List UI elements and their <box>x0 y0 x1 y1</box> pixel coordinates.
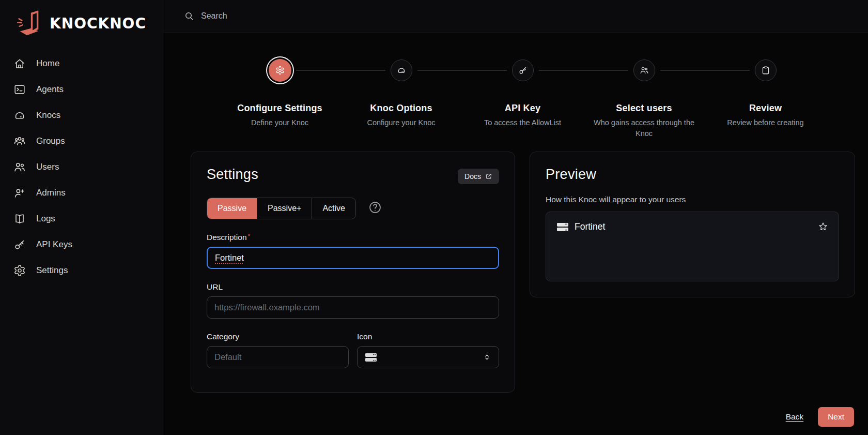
category-input[interactable] <box>207 346 349 368</box>
step-title: Configure Settings <box>237 103 322 114</box>
settings-card-title: Settings <box>207 167 258 183</box>
user-plus-icon <box>13 187 26 199</box>
sidebar-item-api-keys[interactable]: API Keys <box>0 232 163 258</box>
wizard-footer: Back Next <box>786 407 854 427</box>
step-subtitle: To access the AllowList <box>484 117 561 128</box>
firewall-icon <box>556 222 569 232</box>
sidebar-item-logs[interactable]: Logs <box>0 206 163 232</box>
sidebar-item-settings[interactable]: Settings <box>0 258 163 283</box>
sidebar-item-home[interactable]: Home <box>0 51 163 77</box>
step-knoc-options: Knoc Options Configure your Knoc <box>340 56 462 139</box>
step-circle-2[interactable] <box>391 59 412 81</box>
step-title: Knoc Options <box>370 103 432 114</box>
external-link-icon <box>485 173 492 180</box>
sidebar-item-users[interactable]: Users <box>0 154 163 180</box>
preview-card: Preview How this Knoc will appear to you… <box>530 152 855 297</box>
mode-option-passive[interactable]: Passive <box>207 198 257 219</box>
wizard-stepper: Configure Settings Define your Knoc Knoc… <box>219 56 868 139</box>
mode-option-active[interactable]: Active <box>312 198 355 219</box>
sidebar-item-agents[interactable]: Agents <box>0 77 163 102</box>
sidebar-item-label: Logs <box>36 214 55 224</box>
drive-icon <box>397 66 406 75</box>
docs-button[interactable]: Docs <box>458 169 499 184</box>
step-review: Review Review before creating <box>705 56 826 139</box>
step-subtitle: Configure your Knoc <box>367 117 435 128</box>
preview-card-title: Preview <box>546 167 839 183</box>
help-circle-icon <box>368 201 382 214</box>
mode-toggle: Passive Passive+ Active <box>207 198 356 219</box>
users-icon <box>640 66 649 75</box>
mode-option-passive-plus[interactable]: Passive+ <box>257 198 312 219</box>
step-subtitle: Review before creating <box>727 117 803 128</box>
cards-row: Settings Docs Passive Passive+ Active <box>191 152 855 393</box>
users-icon <box>13 161 26 173</box>
chevron-up-down-icon <box>483 353 491 362</box>
knoc-preview-tile: Fortinet <box>546 212 839 281</box>
app-root: KNOCKNOC Home Agents Knocs Groups Users <box>0 0 868 435</box>
step-circle-3[interactable] <box>512 59 534 81</box>
star-icon <box>818 221 828 234</box>
search-input[interactable] <box>201 11 418 21</box>
sidebar-item-groups[interactable]: Groups <box>0 128 163 154</box>
step-title: API Key <box>505 103 540 114</box>
step-title: Review <box>749 103 782 114</box>
main-area: Configure Settings Define your Knoc Knoc… <box>163 0 868 435</box>
docs-button-label: Docs <box>464 172 481 181</box>
step-api-key: API Key To access the AllowList <box>462 56 583 139</box>
icon-select[interactable] <box>357 346 499 368</box>
step-circle-5[interactable] <box>755 59 777 81</box>
key-icon <box>13 238 26 251</box>
url-input[interactable] <box>207 296 499 319</box>
firewall-icon <box>365 352 377 363</box>
sidebar-item-label: Home <box>36 58 59 69</box>
gear-icon <box>275 66 285 75</box>
step-configure-settings: Configure Settings Define your Knoc <box>219 56 340 139</box>
back-button[interactable]: Back <box>786 412 803 422</box>
description-input[interactable]: Fortinet <box>207 247 499 269</box>
step-title: Select users <box>616 103 672 114</box>
preview-subtitle: How this Knoc will appear to your users <box>546 195 839 204</box>
sidebar-item-label: Users <box>36 162 59 172</box>
step-subtitle: Who gains access through the Knoc <box>585 117 704 139</box>
description-value: Fortinet <box>215 253 244 263</box>
search-icon <box>184 11 194 21</box>
step-circle-4[interactable] <box>633 59 655 81</box>
step-subtitle: Define your Knoc <box>251 117 308 128</box>
step-select-users: Select users Who gains access through th… <box>583 56 705 139</box>
url-label: URL <box>207 282 499 292</box>
sidebar: KNOCKNOC Home Agents Knocs Groups Users <box>0 0 163 435</box>
groups-icon <box>13 135 26 147</box>
sidebar-item-label: Agents <box>36 84 64 95</box>
next-button[interactable]: Next <box>818 407 854 427</box>
home-icon <box>13 57 26 70</box>
sidebar-item-label: Settings <box>36 265 68 276</box>
brand-name: KNOCKNOC <box>50 15 146 32</box>
knocknoc-door-icon <box>13 8 43 38</box>
required-marker: * <box>248 233 251 240</box>
settings-card: Settings Docs Passive Passive+ Active <box>191 152 515 393</box>
sidebar-item-knocs[interactable]: Knocs <box>0 102 163 128</box>
sidebar-item-label: API Keys <box>36 239 72 250</box>
description-label: Description* <box>207 233 499 242</box>
terminal-icon <box>13 83 26 96</box>
mode-help-icon[interactable] <box>368 201 382 216</box>
key-icon <box>518 66 528 75</box>
drive-icon <box>13 109 26 122</box>
sidebar-item-label: Groups <box>36 136 65 146</box>
book-icon <box>13 213 26 225</box>
sidebar-item-admins[interactable]: Admins <box>0 180 163 206</box>
clipboard-icon <box>761 66 770 75</box>
brand-logo: KNOCKNOC <box>0 0 163 44</box>
sidebar-nav: Home Agents Knocs Groups Users Admins <box>0 44 163 283</box>
gear-icon <box>13 264 26 277</box>
topbar <box>163 0 868 32</box>
step-circle-1[interactable] <box>269 59 291 82</box>
icon-label: Icon <box>357 332 499 341</box>
sidebar-item-label: Admins <box>36 188 66 198</box>
category-label: Category <box>207 332 349 341</box>
preview-knoc-name: Fortinet <box>575 221 605 232</box>
sidebar-item-label: Knocs <box>36 110 60 121</box>
content-panel: Configure Settings Define your Knoc Knoc… <box>163 32 868 435</box>
